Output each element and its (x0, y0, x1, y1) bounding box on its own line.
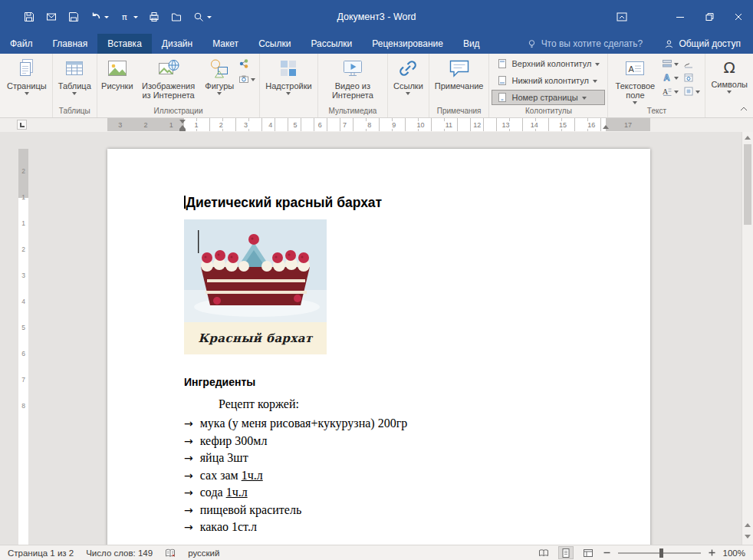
symbols-button[interactable]: Ω Символы (708, 55, 751, 95)
header-button[interactable]: Верхний колонтитул (492, 56, 605, 71)
scroll-down-button[interactable] (745, 531, 751, 542)
left-indent-marker[interactable] (179, 129, 186, 131)
email-button[interactable] (45, 11, 58, 23)
zoom-level[interactable]: 100% (723, 548, 745, 558)
group-label-text: Текст (610, 106, 702, 117)
word-window: π Документ3 - Word (0, 0, 753, 560)
zoom-slider[interactable] (618, 552, 701, 554)
screenshot-button[interactable] (238, 74, 255, 84)
scroll-up-button[interactable] (742, 132, 753, 143)
proofing-errors-icon[interactable] (165, 548, 176, 558)
pictures-button[interactable]: Рисунки (100, 55, 135, 92)
page-number-button[interactable]: Номер страницы (492, 90, 605, 105)
smartart-button[interactable] (238, 58, 255, 69)
caret-down-icon (727, 91, 732, 94)
table-button[interactable]: Таблица (55, 55, 94, 97)
open-button[interactable] (170, 11, 182, 23)
save-as-icon (67, 11, 80, 23)
ingredient-item[interactable]: →кефир 300мл (184, 433, 581, 450)
ribbon-group-addins: Надстройки (260, 54, 317, 117)
recipe-intro[interactable]: Рецепт коржей: (184, 397, 581, 411)
tab-file[interactable]: Файл (0, 34, 43, 54)
textbox-button[interactable]: A Текстовое поле (610, 55, 659, 106)
collapse-ribbon-button[interactable] (740, 100, 748, 114)
comment-button[interactable]: Примечание (432, 55, 487, 92)
previous-page-button[interactable] (745, 523, 751, 527)
save-button[interactable] (23, 11, 35, 23)
signature-line-button[interactable] (683, 58, 700, 69)
ingredient-item[interactable]: →сах зам 1ч.л (184, 467, 581, 485)
word-count[interactable]: Число слов: 149 (86, 548, 153, 558)
minimize-button[interactable] (666, 2, 695, 32)
right-indent-marker[interactable] (603, 125, 609, 129)
share-button[interactable]: Общий доступ (664, 34, 753, 54)
ingredient-item[interactable]: →пищевой краситель (184, 502, 581, 519)
pages-button[interactable]: Страницы (4, 55, 50, 97)
vertical-scrollbar[interactable] (741, 132, 753, 545)
page-indicator[interactable]: Страница 1 из 2 (8, 548, 74, 558)
quick-print-button[interactable] (148, 11, 160, 23)
tab-mailings[interactable]: Рассылки (301, 34, 362, 54)
underlined-text: 1ч.л (226, 486, 248, 499)
undo-button[interactable] (90, 11, 109, 23)
ribbon-group-pages: Страницы (2, 54, 53, 117)
text-cursor (184, 196, 186, 209)
tab-insert[interactable]: Вставка (97, 34, 152, 54)
arrow-bullet: → (184, 521, 193, 533)
tab-design[interactable]: Дизайн (152, 34, 202, 54)
status-bar: Страница 1 из 2 Число слов: 149 русский … (0, 545, 753, 560)
find-button[interactable] (192, 11, 212, 23)
group-label-media: Мультимедиа (321, 106, 385, 117)
ingredient-item[interactable]: →яйца 3шт (184, 450, 581, 467)
links-button[interactable]: Ссылки (390, 55, 426, 97)
cake-image[interactable]: Красный бархат (184, 219, 327, 354)
online-pictures-button[interactable]: Изображения из Интернета (135, 55, 202, 101)
ingredient-item[interactable]: →мука (у меня рисовая+кукурузна) 200гр (184, 415, 581, 433)
image-caption: Красный бархат (184, 322, 327, 354)
tell-me-search[interactable]: Что вы хотите сделать? (527, 34, 643, 54)
underlined-text: 1ч.л (242, 469, 263, 482)
scrollbar-thumb[interactable] (744, 144, 751, 225)
restore-button[interactable] (695, 2, 724, 32)
object-button[interactable] (683, 86, 700, 97)
footer-button[interactable]: Нижний колонтитул (492, 73, 605, 88)
quick-parts-button[interactable] (662, 58, 679, 69)
tab-layout[interactable]: Макет (202, 34, 248, 54)
wordart-button[interactable]: A (662, 72, 679, 83)
tab-review[interactable]: Рецензирование (362, 34, 453, 54)
first-line-indent-marker[interactable] (179, 120, 186, 124)
addins-button[interactable]: Надстройки (262, 55, 314, 97)
zoom-out-button[interactable] (603, 548, 611, 557)
tab-stop-selector[interactable] (17, 120, 27, 130)
ingredient-item[interactable]: →какао 1ст.л (184, 519, 581, 536)
equation-button[interactable]: π (119, 11, 138, 23)
save-as-button[interactable] (67, 11, 80, 23)
zoom-in-button[interactable] (708, 548, 716, 557)
tab-view[interactable]: Вид (453, 34, 490, 54)
date-time-button[interactable] (683, 72, 700, 83)
tab-home[interactable]: Главная (43, 34, 98, 54)
arrow-bullet: → (184, 417, 193, 430)
online-video-button[interactable]: Видео из Интернета (321, 55, 385, 101)
ribbon-display-options-button[interactable] (607, 2, 636, 32)
web-layout-button[interactable] (580, 546, 596, 559)
caret-down-icon (286, 92, 291, 95)
document-page[interactable]: Диетический красный бархат (107, 149, 650, 545)
close-button[interactable] (724, 2, 753, 32)
read-mode-button[interactable] (536, 546, 551, 559)
ingredients-heading[interactable]: Ингредиенты (184, 376, 581, 388)
tab-references[interactable]: Ссылки (248, 34, 301, 54)
zoom-slider-thumb[interactable] (659, 548, 663, 558)
pictures-icon (106, 57, 129, 80)
language-indicator[interactable]: русский (188, 548, 219, 558)
svg-text:A: A (663, 87, 669, 96)
print-layout-icon (561, 548, 571, 558)
shapes-button[interactable]: Фигуры (202, 55, 237, 97)
ingredient-item[interactable]: →сода 1ч.л (184, 484, 581, 502)
ribbon-group-illustrations: Рисунки Изображения из Интернета Фигуры (97, 54, 261, 117)
document-heading[interactable]: Диетический красный бархат (184, 193, 581, 212)
undo-icon (90, 11, 102, 23)
quick-access-toolbar: π (0, 11, 212, 23)
print-layout-button[interactable] (558, 546, 574, 559)
drop-cap-button[interactable]: A (662, 86, 679, 97)
